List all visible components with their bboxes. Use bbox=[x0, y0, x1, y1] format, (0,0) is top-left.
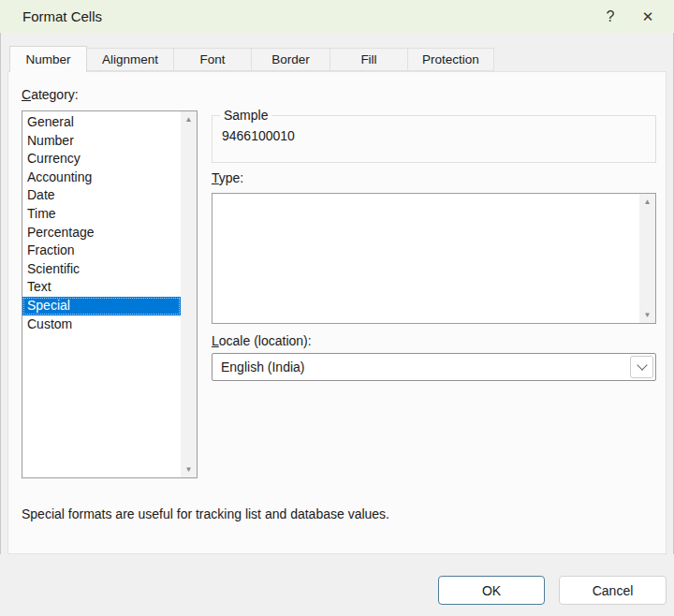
list-item[interactable]: Scientific bbox=[22, 260, 181, 279]
list-item[interactable]: Percentage bbox=[22, 224, 181, 242]
chevron-down-icon bbox=[637, 359, 647, 370]
category-listbox[interactable]: General Number Currency Accounting Date … bbox=[22, 110, 198, 478]
list-item[interactable]: Currency bbox=[22, 150, 181, 169]
tab-strip: Number Alignment Font Border Fill Protec… bbox=[0, 33, 674, 72]
category-list-items: General Number Currency Accounting Date … bbox=[22, 113, 181, 333]
locale-selected-value: English (India) bbox=[212, 359, 305, 374]
scroll-down-icon[interactable]: ▼ bbox=[181, 462, 197, 477]
cancel-button[interactable]: Cancel bbox=[559, 576, 667, 605]
list-item[interactable]: Fraction bbox=[22, 242, 181, 260]
close-icon[interactable]: ✕ bbox=[629, 0, 667, 33]
list-item[interactable]: Date bbox=[22, 186, 181, 205]
locale-dropdown[interactable]: English (India) bbox=[212, 353, 656, 381]
scroll-down-icon[interactable]: ▼ bbox=[639, 307, 655, 323]
list-item[interactable]: Custom bbox=[22, 315, 181, 334]
special-format-description: Special formats are useful for tracking … bbox=[22, 506, 389, 521]
scroll-up-icon[interactable]: ▲ bbox=[181, 111, 197, 127]
titlebar-controls: ? ✕ bbox=[592, 0, 667, 33]
tab-alignment[interactable]: Alignment bbox=[86, 48, 174, 71]
tab-fill[interactable]: Fill bbox=[330, 48, 408, 71]
sample-value: 9466100010 bbox=[212, 123, 655, 143]
type-listbox[interactable]: ▲ ▼ bbox=[212, 193, 656, 324]
dialog-footer: OK Cancel bbox=[0, 554, 674, 616]
list-item[interactable]: Text bbox=[22, 278, 181, 297]
format-cells-dialog: Format Cells ? ✕ Number Alignment Font B… bbox=[0, 0, 674, 616]
list-item[interactable]: Time bbox=[22, 205, 181, 224]
list-item[interactable]: Number bbox=[22, 132, 181, 151]
tab-font[interactable]: Font bbox=[173, 48, 252, 71]
list-item[interactable]: General bbox=[22, 113, 181, 132]
type-label: Type: bbox=[212, 170, 243, 185]
sample-legend: Sample bbox=[220, 108, 271, 123]
type-scrollbar[interactable]: ▲ ▼ bbox=[639, 194, 655, 323]
category-scrollbar[interactable]: ▲ ▼ bbox=[181, 111, 197, 477]
scroll-up-icon[interactable]: ▲ bbox=[639, 194, 655, 210]
locale-label: Locale (location): bbox=[212, 333, 312, 348]
number-tab-panel: Category: General Number Currency Accoun… bbox=[7, 71, 667, 554]
category-label: Category: bbox=[22, 87, 79, 102]
ok-button[interactable]: OK bbox=[438, 576, 545, 605]
dialog-title: Format Cells bbox=[22, 8, 102, 24]
titlebar: Format Cells ? ✕ bbox=[0, 0, 674, 33]
sample-groupbox: Sample 9466100010 bbox=[212, 108, 656, 163]
tab-border[interactable]: Border bbox=[251, 48, 330, 71]
tab-number[interactable]: Number bbox=[9, 46, 87, 72]
list-item-selected[interactable]: Special bbox=[22, 297, 181, 315]
tab-protection[interactable]: Protection bbox=[407, 48, 494, 71]
list-item[interactable]: Accounting bbox=[22, 169, 181, 187]
locale-dropdown-button[interactable] bbox=[630, 356, 653, 378]
help-icon[interactable]: ? bbox=[592, 0, 629, 33]
